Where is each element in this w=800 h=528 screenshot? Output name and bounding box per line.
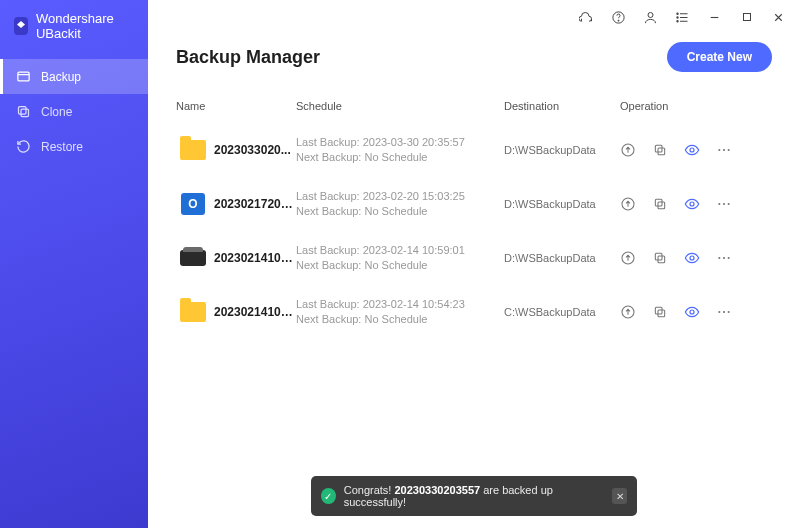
page-title: Backup Manager — [176, 47, 320, 68]
row-schedule: Last Backup: 2023-02-14 10:54:23 Next Ba… — [296, 297, 504, 327]
row-schedule: Last Backup: 2023-03-30 20:35:57 Next Ba… — [296, 135, 504, 165]
row-next-backup: Next Backup: No Schedule — [296, 258, 504, 273]
row-name: 2023033020... — [214, 143, 296, 157]
svg-point-20 — [690, 202, 694, 206]
restore-icon — [16, 139, 31, 154]
copy-button[interactable] — [652, 196, 668, 212]
more-button[interactable] — [716, 196, 732, 212]
drive-icon — [180, 250, 206, 266]
svg-point-8 — [677, 20, 678, 21]
table-row[interactable]: 2023033020... Last Backup: 2023-03-30 20… — [176, 123, 772, 177]
svg-rect-25 — [655, 253, 662, 260]
row-operations — [620, 304, 732, 320]
toast-prefix: Congrats! — [344, 484, 395, 496]
row-name: 20230214105139 — [214, 305, 296, 319]
svg-rect-11 — [655, 145, 662, 152]
svg-rect-33 — [658, 310, 665, 317]
row-next-backup: Next Backup: No Schedule — [296, 312, 504, 327]
svg-point-7 — [677, 16, 678, 17]
row-operations — [620, 250, 732, 266]
view-button[interactable] — [684, 142, 700, 158]
row-next-backup: Next Backup: No Schedule — [296, 204, 504, 219]
menu-list-icon[interactable] — [675, 10, 690, 25]
svg-rect-18 — [655, 199, 662, 206]
copy-button[interactable] — [652, 142, 668, 158]
row-last-backup: Last Backup: 2023-02-20 15:03:25 — [296, 189, 504, 204]
svg-point-15 — [723, 149, 725, 151]
row-operations — [620, 142, 732, 158]
sidebar-item-backup[interactable]: Backup — [0, 59, 148, 94]
row-destination: D:\WSBackupData — [504, 198, 620, 210]
sidebar-item-label: Clone — [41, 105, 72, 119]
svg-point-23 — [728, 203, 730, 205]
table-row[interactable]: 20230214105901 Last Backup: 2023-02-14 1… — [176, 231, 772, 285]
svg-point-37 — [728, 311, 730, 313]
svg-rect-12 — [658, 148, 665, 155]
col-destination: Destination — [504, 100, 620, 112]
maximize-icon[interactable] — [739, 10, 754, 25]
more-button[interactable] — [716, 250, 732, 266]
sidebar: Wondershare UBackit Backup Clone Restore — [0, 0, 148, 528]
outlook-icon: O — [181, 193, 205, 215]
sidebar-item-restore[interactable]: Restore — [0, 129, 148, 164]
run-backup-button[interactable] — [620, 304, 636, 320]
create-new-button[interactable]: Create New — [667, 42, 772, 72]
folder-icon — [180, 140, 206, 160]
success-check-icon: ✓ — [321, 488, 336, 504]
svg-point-21 — [718, 203, 720, 205]
brand: Wondershare UBackit — [0, 0, 148, 59]
sidebar-item-label: Restore — [41, 140, 83, 154]
toast-strong: 20230330203557 — [394, 484, 480, 496]
svg-rect-9 — [743, 14, 750, 21]
col-name: Name — [176, 100, 296, 112]
row-last-backup: Last Backup: 2023-02-14 10:59:01 — [296, 243, 504, 258]
help-icon[interactable] — [611, 10, 626, 25]
view-button[interactable] — [684, 304, 700, 320]
svg-rect-32 — [655, 307, 662, 314]
row-last-backup: Last Backup: 2023-03-30 20:35:57 — [296, 135, 504, 150]
svg-point-28 — [718, 257, 720, 259]
brand-name: Wondershare UBackit — [36, 11, 134, 41]
run-backup-button[interactable] — [620, 142, 636, 158]
row-schedule: Last Backup: 2023-02-20 15:03:25 Next Ba… — [296, 189, 504, 219]
row-name: 20230217204855 — [214, 197, 296, 211]
sidebar-item-clone[interactable]: Clone — [0, 94, 148, 129]
svg-point-22 — [723, 203, 725, 205]
view-button[interactable] — [684, 250, 700, 266]
account-icon[interactable] — [643, 10, 658, 25]
folder-icon — [180, 302, 206, 322]
view-button[interactable] — [684, 196, 700, 212]
svg-point-30 — [728, 257, 730, 259]
svg-rect-0 — [18, 72, 29, 81]
row-destination: D:\WSBackupData — [504, 252, 620, 264]
svg-point-27 — [690, 256, 694, 260]
toast-close-button[interactable]: ✕ — [612, 488, 627, 504]
toast-text: Congrats! 20230330203557 are backed up s… — [344, 484, 597, 508]
table-row[interactable]: 20230214105139 Last Backup: 2023-02-14 1… — [176, 285, 772, 339]
col-schedule: Schedule — [296, 100, 504, 112]
copy-button[interactable] — [652, 304, 668, 320]
more-button[interactable] — [716, 304, 732, 320]
svg-rect-26 — [658, 256, 665, 263]
copy-button[interactable] — [652, 250, 668, 266]
svg-point-34 — [690, 310, 694, 314]
svg-point-5 — [648, 12, 653, 17]
row-destination: D:\WSBackupData — [504, 144, 620, 156]
close-icon[interactable] — [771, 10, 786, 25]
more-button[interactable] — [716, 142, 732, 158]
row-last-backup: Last Backup: 2023-02-14 10:54:23 — [296, 297, 504, 312]
svg-point-16 — [728, 149, 730, 151]
support-icon[interactable] — [579, 10, 594, 25]
table-row[interactable]: O 20230217204855 Last Backup: 2023-02-20… — [176, 177, 772, 231]
svg-point-13 — [690, 148, 694, 152]
svg-rect-1 — [19, 107, 27, 115]
run-backup-button[interactable] — [620, 196, 636, 212]
backup-icon — [16, 69, 31, 84]
col-operation: Operation — [620, 100, 772, 112]
run-backup-button[interactable] — [620, 250, 636, 266]
toast-success: ✓ Congrats! 20230330203557 are backed up… — [311, 476, 637, 516]
brand-logo-icon — [14, 17, 28, 35]
svg-point-29 — [723, 257, 725, 259]
clone-icon — [16, 104, 31, 119]
minimize-icon[interactable] — [707, 10, 722, 25]
